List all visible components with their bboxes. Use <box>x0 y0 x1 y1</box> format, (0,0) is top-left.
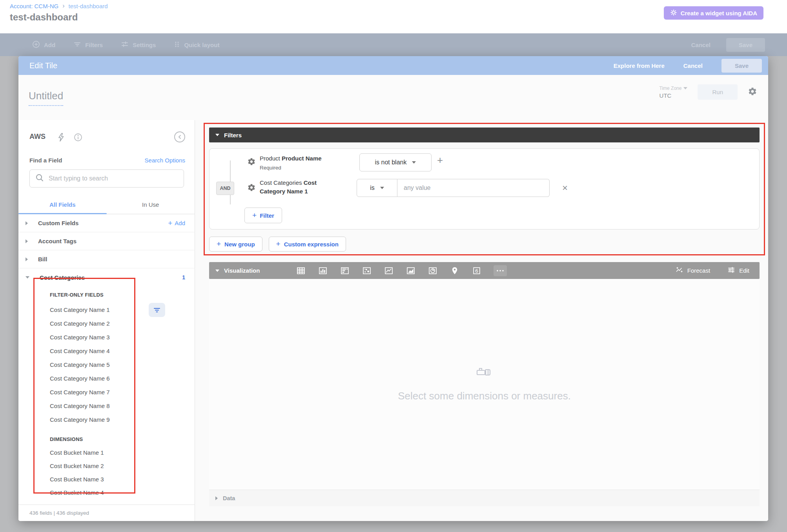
filter-gear-icon[interactable] <box>247 183 256 193</box>
caret-down-icon[interactable] <box>215 270 219 272</box>
dashboard-edit-toolbar: Add Filters Settings <box>0 33 787 56</box>
toolbar-cancel-button[interactable]: Cancel <box>691 42 710 48</box>
new-group-button[interactable]: + New group <box>209 237 262 251</box>
forecast-icon <box>676 266 683 275</box>
toolbar-quick-layout-label: Quick layout <box>184 42 219 48</box>
flashlight-icon <box>476 366 493 380</box>
fields-count-footer: 436 fields | 436 displayed <box>18 505 195 521</box>
run-button[interactable]: Run <box>698 84 738 100</box>
field-item[interactable]: Cost Category Name 9 <box>50 413 110 426</box>
filter-value-input[interactable] <box>404 184 549 191</box>
sidebar-section-custom-fields[interactable]: Custom Fields + Add <box>18 214 195 232</box>
line-chart-viz-icon[interactable] <box>384 266 394 276</box>
field-item[interactable]: Cost Bucket Name 3 <box>50 472 104 486</box>
filter-logic-chip[interactable]: AND <box>216 182 234 195</box>
forecast-label: Forecast <box>687 267 710 274</box>
cost-categories-label: Cost Categories <box>40 274 85 281</box>
field-item[interactable]: Cost Category Name 5 <box>50 358 110 372</box>
field-item[interactable]: Cost Bucket Name 4 <box>50 486 104 499</box>
modal-save-button[interactable]: Save <box>721 59 762 73</box>
edit-visualization-button[interactable]: Edit <box>727 266 749 275</box>
caret-right-icon <box>215 496 218 500</box>
collapse-sidebar-button[interactable] <box>174 131 185 142</box>
info-icon[interactable] <box>73 133 83 144</box>
field-item[interactable]: Cost Bucket Name 1 <box>50 446 104 459</box>
tab-all-fields[interactable]: All Fields <box>18 196 107 214</box>
plus-icon: + <box>168 219 172 228</box>
bill-label: Bill <box>38 256 47 262</box>
field-item[interactable]: Cost Bucket Name 2 <box>50 459 104 473</box>
explore-name: AWS <box>29 133 46 141</box>
field-item[interactable]: Cost Category Name 2 <box>50 317 110 330</box>
filters-section-header[interactable]: Filters <box>209 128 760 142</box>
toolbar-settings-button[interactable]: Settings <box>121 40 156 49</box>
sidebar-section-account-tags[interactable]: Account Tags <box>18 232 195 250</box>
field-item[interactable]: Cost Category Name 7 <box>50 385 110 399</box>
bar-chart-viz-icon[interactable] <box>318 266 328 276</box>
remove-filter-button[interactable]: × <box>562 182 568 193</box>
custom-expression-button[interactable]: + Custom expression <box>269 237 346 251</box>
pie-chart-viz-icon[interactable] <box>428 266 438 276</box>
field-item[interactable]: Cost Category Name 3 <box>50 330 110 344</box>
toolbar-add-button[interactable]: Add <box>32 40 55 49</box>
filter-field-button[interactable] <box>149 303 165 317</box>
explore-from-here-button[interactable]: Explore from Here <box>614 62 665 69</box>
single-value-viz-icon[interactable]: 6 <box>472 266 482 276</box>
field-item[interactable]: Cost Category Name 4 <box>50 344 110 358</box>
timezone-label: Time Zone <box>659 86 682 91</box>
breadcrumb-account-link[interactable]: Account: CCM-NG <box>10 3 58 9</box>
drag-grid-icon <box>174 40 180 49</box>
map-viz-icon[interactable] <box>450 266 460 276</box>
caret-down-icon <box>26 276 29 279</box>
custom-fields-label: Custom Fields <box>38 220 78 226</box>
dimensions-header: DIMENSIONS <box>50 436 83 442</box>
create-widget-aida-button[interactable]: Create a widget using AIDA <box>664 6 763 20</box>
data-section-header[interactable]: Data <box>209 490 760 506</box>
modal-cancel-button[interactable]: Cancel <box>683 62 703 69</box>
field-search-input[interactable] <box>49 175 178 182</box>
add-custom-field-button[interactable]: + Add <box>168 219 185 228</box>
toolbar-save-button[interactable]: Save <box>726 38 765 52</box>
aida-sparkle-icon <box>670 9 677 17</box>
settings-gear-icon[interactable] <box>748 87 757 98</box>
caret-down-icon <box>380 187 384 189</box>
filter-operator-dropdown[interactable]: is not blank <box>359 153 432 171</box>
caret-right-icon <box>26 221 28 225</box>
caret-right-icon <box>26 257 28 261</box>
sliders-icon <box>121 40 129 49</box>
forecast-button[interactable]: Forecast <box>676 266 710 275</box>
more-viz-types-icon[interactable] <box>494 265 507 276</box>
find-a-field-label: Find a Field <box>29 157 62 164</box>
toolbar-quick-layout-button[interactable]: Quick layout <box>174 40 219 49</box>
table-viz-icon[interactable] <box>296 266 306 276</box>
filter-gear-icon[interactable] <box>247 157 256 168</box>
tab-in-use[interactable]: In Use <box>107 196 195 214</box>
tile-title-row: Untitled Time Zone UTC Run <box>18 75 768 120</box>
operator-value: is <box>370 184 375 191</box>
add-filter-value-button[interactable]: + <box>437 154 443 166</box>
area-chart-viz-icon[interactable] <box>406 266 416 276</box>
breadcrumb: Account: CCM-NG › test-dashboard <box>10 2 108 9</box>
tile-editor-content: Filters Product Product Name Required is <box>195 120 768 521</box>
timezone-selector[interactable]: Time Zone UTC <box>659 86 688 99</box>
tile-name-input[interactable]: Untitled <box>29 90 63 106</box>
field-item[interactable]: Cost Category Name 8 <box>50 399 110 413</box>
add-custom-field-label: Add <box>175 220 185 226</box>
row-chart-viz-icon[interactable] <box>340 266 350 276</box>
sidebar-section-bill[interactable]: Bill <box>18 250 195 268</box>
scatter-viz-icon[interactable] <box>362 266 372 276</box>
modal-title: Edit Tile <box>18 61 57 70</box>
visualization-header-label: Visualization <box>224 267 260 274</box>
search-options-link[interactable]: Search Options <box>145 157 185 164</box>
operator-value: is not blank <box>375 159 407 166</box>
add-filter-button[interactable]: + Filter <box>244 208 282 223</box>
toolbar-filters-button[interactable]: Filters <box>73 40 103 49</box>
filter-operator-dropdown[interactable]: is <box>357 179 397 197</box>
search-icon <box>35 173 44 184</box>
field-item[interactable]: Cost Category Name 6 <box>50 372 110 385</box>
breadcrumb-current[interactable]: test-dashboard <box>69 3 108 9</box>
page-header: Account: CCM-NG › test-dashboard test-da… <box>0 0 787 33</box>
field-item[interactable]: Cost Category Name 1 <box>50 303 110 317</box>
sidebar-section-cost-categories[interactable]: Cost Categories 1 <box>18 268 195 286</box>
filters-panel: Product Product Name Required is not bla… <box>209 148 760 230</box>
